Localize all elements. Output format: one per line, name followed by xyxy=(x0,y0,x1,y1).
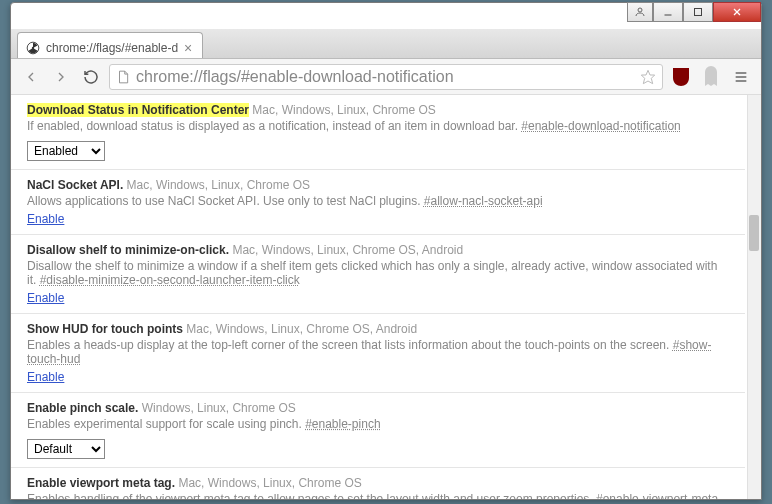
svg-point-6 xyxy=(32,46,34,48)
maximize-button[interactable] xyxy=(683,2,713,22)
tab-flags[interactable]: chrome://flags/#enable-d × xyxy=(17,32,203,58)
flag-description: Enables handling of the viewport meta ta… xyxy=(27,492,729,499)
scrollbar-track[interactable] xyxy=(747,95,761,499)
flag-description: If enabled, download status is displayed… xyxy=(27,119,729,133)
flag-name: Enable viewport meta tag. xyxy=(27,476,175,490)
browser-window: chrome://flags/#enable-d × chrome://flag… xyxy=(10,2,762,500)
svg-rect-2 xyxy=(695,9,702,16)
reload-button[interactable] xyxy=(79,65,103,89)
flag-platforms: Mac, Windows, Linux, Chrome OS xyxy=(127,178,310,192)
tab-strip: chrome://flags/#enable-d × xyxy=(11,29,761,59)
flag-description: Disallow the shelf to minimize a window … xyxy=(27,259,729,287)
flag-select[interactable]: Default xyxy=(27,439,105,459)
svg-marker-7 xyxy=(641,70,654,83)
flag-platforms: Mac, Windows, Linux, Chrome OS, Android xyxy=(232,243,463,257)
nuclear-icon xyxy=(26,41,40,55)
flag-anchor-link[interactable]: #enable-viewport-meta xyxy=(596,492,718,499)
flag-enable-link[interactable]: Enable xyxy=(27,370,64,384)
flag-entry: Enable pinch scale. Windows, Linux, Chro… xyxy=(11,393,745,468)
flag-description: Enables experimental support for scale u… xyxy=(27,417,729,431)
flag-platforms: Mac, Windows, Linux, Chrome OS xyxy=(178,476,361,490)
flag-platforms: Windows, Linux, Chrome OS xyxy=(142,401,296,415)
flag-entry: Download Status in Notification Center M… xyxy=(11,95,745,170)
flag-entry: Disallow shelf to minimize-on-click. Mac… xyxy=(11,235,745,314)
address-bar[interactable]: chrome://flags/#enable-download-notifica… xyxy=(109,64,663,90)
flag-anchor-link[interactable]: #disable-minimize-on-second-launcher-ite… xyxy=(40,273,300,287)
ublock-extension-icon[interactable] xyxy=(669,65,693,89)
page-content: Download Status in Notification Center M… xyxy=(11,95,761,499)
flag-entry: Show HUD for touch points Mac, Windows, … xyxy=(11,314,745,393)
user-button[interactable] xyxy=(627,2,653,22)
flag-description: Enables a heads-up display at the top-le… xyxy=(27,338,729,366)
flag-anchor-link[interactable]: #show-touch-hud xyxy=(27,338,711,366)
flag-name: Download Status in Notification Center xyxy=(27,103,249,117)
titlebar xyxy=(11,3,761,29)
flag-entry: Enable viewport meta tag. Mac, Windows, … xyxy=(11,468,745,499)
toolbar: chrome://flags/#enable-download-notifica… xyxy=(11,59,761,95)
svg-point-0 xyxy=(638,8,642,12)
bookmark-star-icon[interactable] xyxy=(640,69,656,85)
tab-title: chrome://flags/#enable-d xyxy=(46,41,178,55)
flag-anchor-link[interactable]: #allow-nacl-socket-api xyxy=(424,194,543,208)
flag-name: Show HUD for touch points xyxy=(27,322,183,336)
flag-entry: NaCl Socket API. Mac, Windows, Linux, Ch… xyxy=(11,170,745,235)
close-window-button[interactable] xyxy=(713,2,761,22)
flag-select[interactable]: Enabled xyxy=(27,141,105,161)
flag-enable-link[interactable]: Enable xyxy=(27,291,64,305)
flag-platforms: Mac, Windows, Linux, Chrome OS xyxy=(252,103,435,117)
url-text: chrome://flags/#enable-download-notifica… xyxy=(136,68,634,86)
flag-name: Enable pinch scale. xyxy=(27,401,138,415)
flag-platforms: Mac, Windows, Linux, Chrome OS, Android xyxy=(186,322,417,336)
flag-description: Allows applications to use NaCl Socket A… xyxy=(27,194,729,208)
back-button[interactable] xyxy=(19,65,43,89)
forward-button[interactable] xyxy=(49,65,73,89)
menu-button[interactable] xyxy=(729,65,753,89)
minimize-button[interactable] xyxy=(653,2,683,22)
window-controls xyxy=(627,2,761,22)
flag-name: Disallow shelf to minimize-on-click. xyxy=(27,243,229,257)
ghostery-extension-icon[interactable] xyxy=(699,65,723,89)
flag-anchor-link[interactable]: #enable-pinch xyxy=(305,417,380,431)
flag-anchor-link[interactable]: #enable-download-notification xyxy=(521,119,680,133)
page-icon xyxy=(116,70,130,84)
flag-enable-link[interactable]: Enable xyxy=(27,212,64,226)
close-tab-icon[interactable]: × xyxy=(184,40,192,56)
flag-name: NaCl Socket API. xyxy=(27,178,123,192)
scrollbar-thumb[interactable] xyxy=(749,215,759,251)
